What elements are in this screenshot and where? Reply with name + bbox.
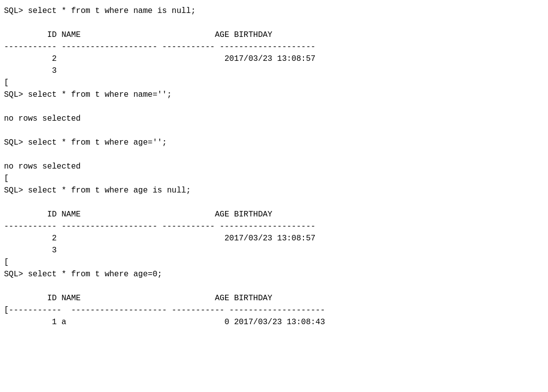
- sql-command-1: SQL> select * from t where name is null;: [4, 5, 544, 17]
- table-header-4: ID NAME AGE BIRTHDAY: [4, 292, 544, 304]
- table-row-1-1: 2 2017/03/23 13:08:57: [4, 53, 544, 65]
- block-2: SQL> select * from t where name=''; no r…: [4, 89, 544, 185]
- sql-command-5: SQL> select * from t where age=0;: [4, 268, 544, 280]
- block-4: SQL> select * from t where age=0; ID NAM…: [4, 268, 544, 328]
- table-row-3-2: 3: [4, 244, 544, 256]
- table-row-1-2: 3: [4, 65, 544, 77]
- no-rows-1: no rows selected: [4, 113, 544, 125]
- bracket-1: [: [4, 77, 544, 89]
- sql-command-2: SQL> select * from t where name='';: [4, 89, 544, 101]
- table-divider-3: ----------- -------------------- -------…: [4, 220, 544, 232]
- terminal-output: SQL> select * from t where name is null;…: [4, 5, 544, 328]
- bracket-2: [: [4, 173, 544, 185]
- table-divider-1: ----------- -------------------- -------…: [4, 41, 544, 53]
- table-row-4-1: 1 a 0 2017/03/23 13:08:43: [4, 316, 544, 328]
- block-1: SQL> select * from t where name is null;…: [4, 5, 544, 89]
- table-header-1: ID NAME AGE BIRTHDAY: [4, 29, 544, 41]
- table-row-3-1: 2 2017/03/23 13:08:57: [4, 232, 544, 244]
- table-header-3: ID NAME AGE BIRTHDAY: [4, 208, 544, 220]
- block-3: SQL> select * from t where age is null; …: [4, 185, 544, 268]
- no-rows-2: no rows selected: [4, 161, 544, 173]
- sql-command-4: SQL> select * from t where age is null;: [4, 185, 544, 196]
- sql-command-3: SQL> select * from t where age='';: [4, 137, 544, 149]
- bracket-3: [: [4, 256, 544, 268]
- table-divider-4: [----------- -------------------- ------…: [4, 304, 544, 316]
